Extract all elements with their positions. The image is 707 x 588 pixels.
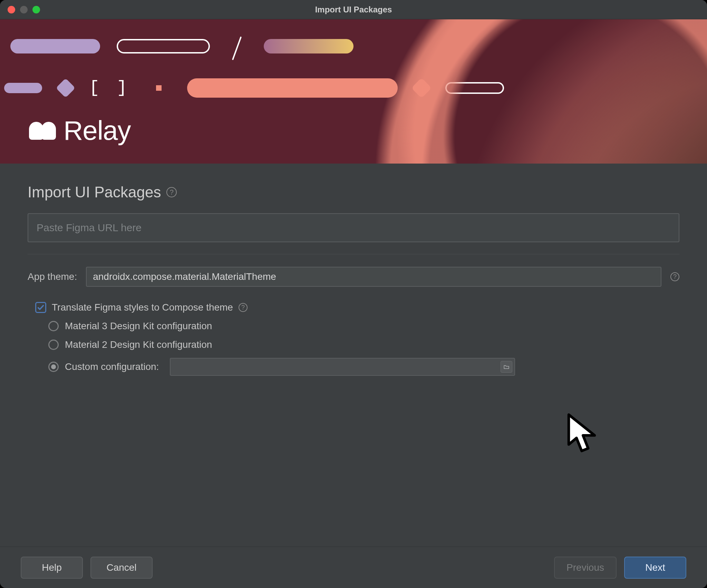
translate-styles-label: Translate Figma styles to Compose theme — [52, 302, 233, 313]
relay-logo: Relay — [27, 115, 130, 146]
translate-styles-checkbox[interactable] — [35, 302, 46, 313]
relay-wordmark: Relay — [64, 115, 130, 146]
dialog-content: Import UI Packages ? App theme: ? Transl… — [0, 164, 707, 547]
page-title-help-icon[interactable]: ? — [166, 187, 177, 197]
page-title: Import UI Packages — [28, 184, 161, 201]
window-title: Import UI Packages — [0, 5, 707, 14]
decor-pill-icon — [10, 39, 100, 53]
translate-styles-help-icon[interactable]: ? — [239, 303, 248, 312]
divider — [28, 254, 679, 254]
app-theme-help-icon[interactable]: ? — [670, 272, 679, 281]
import-ui-packages-dialog: Import UI Packages [ ] Relay Impo — [0, 0, 707, 588]
decor-slash-icon — [226, 36, 247, 57]
decor-outline-pill-icon — [117, 39, 210, 53]
decor-square-icon — [156, 85, 162, 91]
next-button[interactable]: Next — [624, 557, 686, 579]
titlebar: Import UI Packages — [0, 0, 707, 19]
radio-material3[interactable] — [48, 321, 59, 331]
decor-outline-small-icon — [445, 82, 504, 94]
radio-custom-config[interactable] — [48, 362, 59, 372]
custom-config-input[interactable] — [170, 358, 515, 376]
cancel-button[interactable]: Cancel — [90, 557, 153, 579]
radio-material3-label: Material 3 Design Kit configuration — [65, 321, 212, 332]
decor-diamond-icon — [56, 78, 76, 98]
help-button[interactable]: Help — [21, 557, 83, 579]
hero-banner: [ ] Relay — [0, 19, 707, 164]
app-theme-label: App theme: — [28, 271, 77, 282]
radio-material2[interactable] — [48, 340, 59, 350]
decor-short-pill-icon — [4, 83, 42, 93]
previous-button[interactable]: Previous — [554, 557, 617, 579]
radio-custom-config-label: Custom configuration: — [65, 361, 159, 372]
style-config-radio-group: Material 3 Design Kit configuration Mate… — [48, 321, 679, 376]
browse-button-icon[interactable] — [501, 361, 512, 373]
minimize-icon[interactable] — [20, 6, 28, 13]
maximize-icon[interactable] — [32, 6, 40, 13]
close-icon[interactable] — [8, 6, 15, 13]
decor-brackets-icon: [ ] — [89, 78, 130, 98]
relay-mark-icon — [27, 122, 56, 140]
figma-url-input[interactable] — [28, 213, 679, 242]
decor-coral-pill-icon — [187, 78, 398, 98]
dialog-footer: Help Cancel Previous Next — [0, 547, 707, 588]
radio-material2-label: Material 2 Design Kit configuration — [65, 339, 212, 350]
traffic-lights — [8, 6, 40, 13]
decor-coral-diamond-icon — [411, 78, 432, 98]
decor-gradient-pill-icon — [264, 39, 354, 53]
app-theme-input[interactable] — [86, 267, 661, 287]
